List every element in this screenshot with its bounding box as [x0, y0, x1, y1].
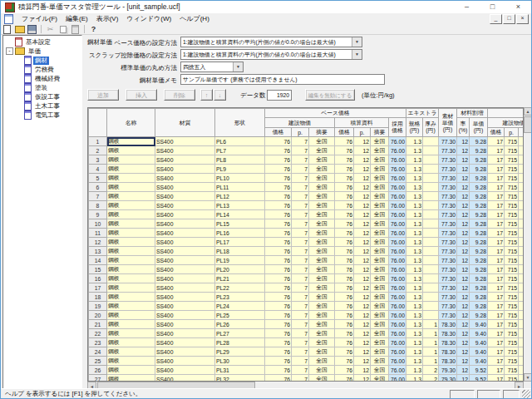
grid-cell[interactable]: 76 — [265, 165, 292, 174]
row-header[interactable]: 7 — [89, 192, 107, 201]
grid-cell[interactable]: 1.3 — [406, 329, 423, 338]
grid-cell[interactable]: 76.00 — [389, 375, 406, 382]
row-header[interactable]: 15 — [89, 265, 107, 274]
grid-cell[interactable]: 9.40 — [470, 329, 488, 338]
sidebar-item-8[interactable]: 電気工事 — [3, 111, 81, 120]
grid-cell[interactable]: 76.00 — [389, 320, 406, 329]
grid-cell[interactable]: 715 — [505, 146, 519, 155]
grid-cell[interactable]: 7 — [292, 311, 309, 320]
row-header[interactable]: 13 — [89, 247, 107, 256]
grid-cell[interactable]: PL32 — [215, 375, 265, 382]
grid-cell[interactable]: 76.00 — [389, 146, 406, 155]
grid-cell[interactable]: 77.30 — [439, 201, 457, 210]
grid-cell[interactable]: 77.30 — [439, 155, 457, 165]
grid-cell[interactable]: 12 — [354, 210, 371, 219]
grid-cell[interactable]: 鋼板 — [107, 302, 155, 311]
grid-cell[interactable]: 715 — [505, 265, 519, 274]
grid-cell[interactable]: 全国 — [371, 283, 389, 293]
grid-cell[interactable]: PL17 — [215, 238, 265, 247]
grid-cell[interactable]: 7 — [292, 256, 309, 265]
sidebar-item-7[interactable]: 土木工事 — [3, 101, 81, 111]
sidebar-item-3[interactable]: 労務費 — [3, 65, 81, 74]
grid-cell[interactable]: 7 — [292, 274, 309, 283]
grid-cell[interactable]: 全国 — [309, 192, 335, 201]
grid-cell[interactable]: 鋼板 — [107, 347, 155, 357]
grid-cell[interactable]: 1.3 — [406, 265, 423, 274]
grid-cell[interactable]: SS400 — [155, 210, 215, 219]
grid-cell[interactable]: 12 — [457, 357, 470, 366]
grid-cell[interactable] — [423, 183, 439, 192]
grid-cell[interactable]: 9.28 — [470, 238, 488, 247]
vertical-scroll-thumb[interactable] — [524, 116, 532, 133]
grid-cell[interactable]: 17 — [488, 320, 505, 329]
grid-cell[interactable] — [423, 137, 439, 146]
grid-cell[interactable] — [423, 229, 439, 238]
grid-cell[interactable]: PL31 — [215, 366, 265, 375]
grid-cell[interactable]: 17 — [488, 219, 505, 229]
grid-cell[interactable]: 76 — [265, 210, 292, 219]
grid-cell[interactable]: 全国 — [371, 155, 389, 165]
grid-cell[interactable]: 12 — [457, 256, 470, 265]
grid-cell[interactable]: 1.3 — [406, 283, 423, 293]
grid-cell[interactable]: 全国 — [309, 265, 335, 274]
grid-cell[interactable]: 76 — [335, 219, 354, 229]
grid-cell[interactable]: 76 — [335, 192, 354, 201]
grid-cell[interactable]: 77.30 — [439, 274, 457, 283]
row-header[interactable]: 17 — [89, 283, 107, 293]
grid-cell[interactable]: 76 — [335, 201, 354, 210]
grid-cell[interactable]: 7 — [292, 155, 309, 165]
grid-cell[interactable]: 17 — [488, 155, 505, 165]
grid-cell[interactable]: SS400 — [155, 238, 215, 247]
grid-cell[interactable]: 77.30 — [439, 183, 457, 192]
grid-cell[interactable]: 12 — [354, 283, 371, 293]
grid-cell[interactable]: SS400 — [155, 183, 215, 192]
row-header[interactable]: 27 — [89, 375, 107, 382]
grid-cell[interactable]: PL9 — [215, 165, 265, 174]
grid-cell[interactable]: 全国 — [371, 137, 389, 146]
grid-cell[interactable]: 1.3 — [406, 274, 423, 283]
grid-cell[interactable]: 1.3 — [406, 137, 423, 146]
minimize-button[interactable]: – — [454, 1, 480, 13]
grid-cell[interactable]: 76 — [335, 247, 354, 256]
grid-cell[interactable]: 17 — [488, 137, 505, 146]
grid-cell[interactable]: 9.28 — [470, 293, 488, 302]
grid-cell[interactable]: 全国 — [371, 256, 389, 265]
grid-cell[interactable]: 715 — [505, 229, 519, 238]
scrap-price-select[interactable]: 1:建設物価と積算資料の平均(片側の値が0.0の場合は最大値) ▼ — [180, 49, 362, 60]
grid-cell[interactable]: 76.00 — [389, 329, 406, 338]
row-header[interactable]: 14 — [89, 256, 107, 265]
grid-cell[interactable]: PL13 — [215, 201, 265, 210]
grid-cell[interactable]: 76 — [265, 274, 292, 283]
grid-cell[interactable]: 76.00 — [389, 155, 406, 165]
grid-cell[interactable]: PL20 — [215, 265, 265, 274]
grid-cell[interactable]: 全国 — [371, 174, 389, 183]
grid-cell[interactable]: 715 — [505, 338, 519, 347]
row-header[interactable]: 20 — [89, 311, 107, 320]
grid-cell[interactable]: 12 — [354, 229, 371, 238]
grid-cell[interactable]: PL21 — [215, 274, 265, 283]
sidebar-item-6[interactable]: 仮設工事 — [3, 92, 81, 101]
menu-file[interactable]: ファイル(F) — [17, 14, 62, 23]
grid-cell[interactable]: PL12 — [215, 192, 265, 201]
mdi-close-button[interactable]: × — [516, 14, 529, 24]
grid-cell[interactable]: 鋼板 — [107, 183, 155, 192]
grid-cell[interactable]: 鋼板 — [107, 137, 155, 146]
grid-cell[interactable]: 76 — [265, 183, 292, 192]
grid-cell[interactable]: 76 — [265, 320, 292, 329]
grid-cell[interactable]: 12 — [354, 320, 371, 329]
grid-cell[interactable]: 12 — [354, 219, 371, 229]
grid-cell[interactable]: 76 — [265, 366, 292, 375]
grid-cell[interactable]: 76.00 — [389, 174, 406, 183]
grid-cell[interactable]: 9.28 — [470, 174, 488, 183]
grid-cell[interactable]: SS400 — [155, 219, 215, 229]
grid-cell[interactable]: 2 — [423, 375, 439, 382]
grid-cell[interactable]: 1.3 — [406, 247, 423, 256]
grid-cell[interactable]: 鋼板 — [107, 229, 155, 238]
grid-cell[interactable] — [423, 146, 439, 155]
grid-cell[interactable]: SS400 — [155, 311, 215, 320]
base-price-select[interactable]: 1:建設物価と積算資料の平均(片側の値が0.0の場合は最大値) ▼ — [180, 37, 362, 47]
grid-cell[interactable]: 1.3 — [406, 293, 423, 302]
move-down-button[interactable]: ↓ — [214, 89, 226, 101]
grid-cell[interactable]: 全国 — [371, 247, 389, 256]
grid-cell[interactable]: 76 — [265, 229, 292, 238]
